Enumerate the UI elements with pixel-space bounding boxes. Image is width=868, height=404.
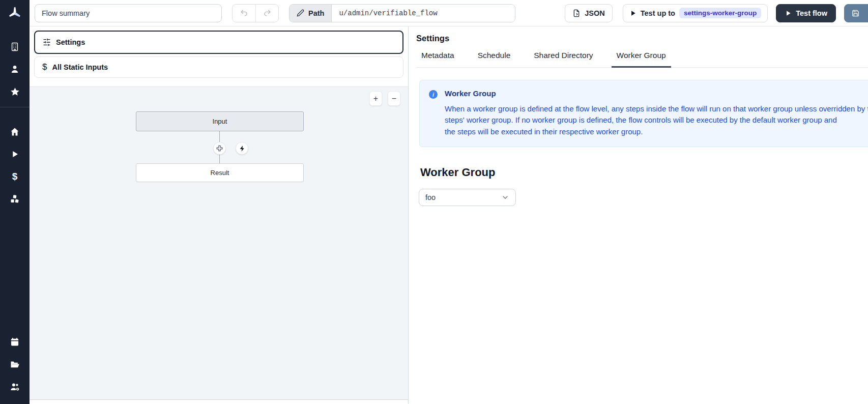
- worker-group-badge: settings-worker-group: [679, 8, 761, 18]
- settings-tabs: Metadata Schedule Shared Directory Worke…: [416, 51, 868, 68]
- flow-header: Settings $ All Static Inputs: [30, 26, 408, 86]
- settings-panel: Settings Metadata Schedule Shared Direct…: [409, 26, 868, 404]
- home-icon[interactable]: [0, 121, 30, 143]
- flow-summary-input[interactable]: [35, 4, 222, 22]
- flow-canvas[interactable]: + − Input Result: [30, 86, 408, 400]
- path-field[interactable]: Path u/admin/verifiable_flow: [289, 4, 515, 22]
- dollar-glyph: $: [12, 171, 18, 182]
- users-gear-icon[interactable]: [0, 376, 30, 398]
- info-text-line: steps' worker group. If no worker group …: [445, 114, 868, 126]
- sidebar-divider: [0, 107, 30, 107]
- info-text-line: the steps will be executed in their resp…: [445, 126, 868, 137]
- calendar-icon[interactable]: [0, 331, 30, 353]
- worker-group-section-title: Worker Group: [420, 166, 868, 179]
- dollar-icon[interactable]: $: [0, 165, 30, 188]
- topbar: Path u/admin/verifiable_flow JSON Test u…: [30, 0, 868, 26]
- json-button[interactable]: JSON: [565, 4, 613, 22]
- worker-group-select[interactable]: foo: [419, 189, 516, 206]
- save-icon: [852, 9, 859, 17]
- sliders-icon: [43, 38, 51, 46]
- input-node[interactable]: Input: [136, 111, 304, 131]
- flow-settings-item[interactable]: Settings: [34, 31, 403, 54]
- test-flow-button[interactable]: Test flow: [776, 4, 836, 22]
- tab-shared-directory[interactable]: Shared Directory: [529, 51, 598, 67]
- plus-icon: [216, 145, 223, 152]
- tab-metadata[interactable]: Metadata: [416, 51, 459, 67]
- flow-editor-panel: Settings $ All Static Inputs + − Input R…: [30, 26, 409, 404]
- windmill-logo[interactable]: [0, 0, 30, 26]
- trigger-button[interactable]: [236, 142, 248, 155]
- folder-icon[interactable]: [0, 353, 30, 376]
- chevron-down-icon: [501, 193, 509, 201]
- play-icon[interactable]: [0, 143, 30, 165]
- all-static-inputs-item[interactable]: $ All Static Inputs: [34, 56, 403, 78]
- undo-redo-group: [232, 4, 279, 22]
- save-draft-button[interactable]: Save draft: [844, 4, 868, 22]
- test-up-to-button[interactable]: Test up to settings-worker-group: [623, 4, 768, 22]
- result-node[interactable]: Result: [136, 163, 304, 182]
- building-icon[interactable]: [0, 36, 30, 58]
- pencil-icon: [297, 9, 304, 17]
- sidebar: $: [0, 0, 30, 404]
- worker-group-info-box: i Worker Group When a worker group is de…: [419, 80, 868, 147]
- redo-button[interactable]: [255, 5, 278, 22]
- info-title: Worker Group: [445, 89, 868, 98]
- tab-worker-group[interactable]: Worker Group: [612, 51, 671, 68]
- add-step-button[interactable]: [213, 142, 226, 155]
- info-icon: i: [429, 90, 438, 99]
- worker-group-select-value: foo: [425, 193, 436, 201]
- zoom-out-button[interactable]: −: [388, 91, 400, 106]
- zoom-in-button[interactable]: +: [369, 91, 382, 106]
- user-icon[interactable]: [0, 58, 30, 80]
- info-text-line: When a worker group is defined at the fl…: [445, 103, 868, 114]
- settings-panel-title: Settings: [416, 34, 868, 43]
- cubes-icon[interactable]: [0, 188, 30, 210]
- tab-schedule[interactable]: Schedule: [473, 51, 516, 67]
- play-icon: [629, 10, 636, 17]
- path-value[interactable]: u/admin/verifiable_flow: [332, 5, 515, 22]
- dollar-icon: $: [42, 62, 47, 72]
- play-icon: [785, 10, 792, 17]
- path-label: Path: [290, 5, 332, 22]
- star-icon[interactable]: [0, 80, 30, 103]
- file-code-icon: [572, 9, 581, 17]
- bolt-icon: [239, 145, 246, 152]
- undo-button[interactable]: [233, 5, 255, 22]
